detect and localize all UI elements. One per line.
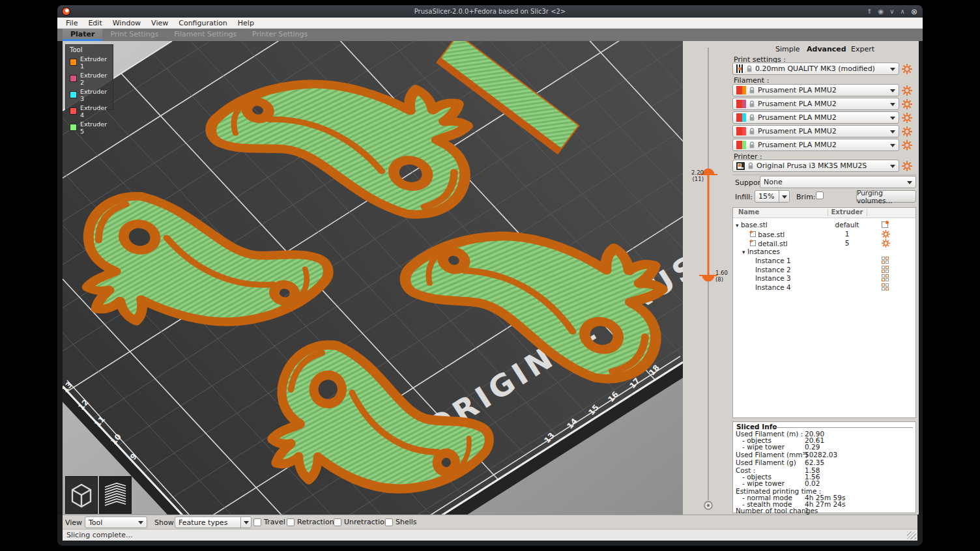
collapse-caret-icon[interactable]: ▾: [742, 249, 745, 255]
filament-5-swatch: [736, 141, 742, 149]
filament-1-swatch: [736, 86, 742, 94]
3d-scene[interactable]: 13 12 11 10 9 13 14 15 16 17 18 ORIGINAL…: [63, 41, 683, 515]
purging-volumes-button[interactable]: Purging volumes...: [856, 190, 916, 203]
stick-icon[interactable]: ◉: [878, 8, 884, 15]
settings-panel: Simple Advanced Expert Print settings : …: [730, 41, 919, 515]
3d-viewport[interactable]: 13 12 11 10 9 13 14 15 16 17 18 ORIGINAL…: [63, 41, 683, 515]
add-part-icon: +: [749, 230, 756, 237]
filament-3-gear-icon[interactable]: [902, 113, 912, 123]
menu-help[interactable]: Help: [233, 19, 259, 27]
show-label: Show: [154, 518, 174, 527]
travel-checkbox-item[interactable]: Travel: [253, 518, 285, 526]
legend-item: Extruder 3: [66, 87, 113, 103]
tab-filament-settings[interactable]: Filament Settings: [166, 29, 244, 41]
chevron-down-icon: [890, 89, 895, 95]
tab-plater[interactable]: Plater: [63, 29, 102, 41]
lock-icon: [749, 100, 755, 108]
lock-icon: [746, 64, 753, 73]
filament-1-gear-icon[interactable]: [902, 85, 912, 96]
tool-legend: Tool Extruder 1 Extruder 2 Extruder 3 Ex…: [65, 44, 113, 110]
brim-label: Brim:: [796, 193, 816, 201]
legend-title: Tool: [66, 45, 113, 54]
legend-item: Extruder 5: [66, 119, 113, 135]
filament-5-gear-icon[interactable]: [902, 140, 912, 150]
mode-tab-simple[interactable]: Simple: [775, 45, 800, 53]
view-select[interactable]: Tool: [85, 516, 147, 528]
instances-group-row[interactable]: ▾ Instances: [733, 247, 915, 256]
instance-row-4[interactable]: Instance 4: [733, 283, 915, 292]
tab-print-settings[interactable]: Print Settings: [102, 29, 166, 41]
infill-label: Infill:: [735, 193, 753, 201]
chevron-down-icon: [890, 130, 895, 136]
instance-thumbnail-icon: [882, 266, 889, 273]
filament-4-select[interactable]: Prusament PLA MMU2: [732, 125, 899, 137]
show-select[interactable]: Feature types: [175, 516, 252, 528]
gear-icon[interactable]: [882, 239, 890, 247]
print-profile-icon: [736, 64, 743, 73]
retractions-checkbox-item[interactable]: Retractions: [287, 518, 338, 526]
filament-3-select[interactable]: Prusament PLA MMU2: [732, 111, 899, 124]
legend-item: Extruder 1: [66, 54, 113, 70]
menu-view[interactable]: View: [146, 19, 173, 27]
close-icon[interactable]: ⊗: [911, 8, 917, 16]
menu-configuration[interactable]: Configuration: [173, 19, 233, 27]
window-controls: ⇑ ◉ ∨ ∧ ⊗: [867, 5, 917, 18]
mode-tab-advanced[interactable]: Advanced: [807, 45, 846, 53]
travel-checkbox[interactable]: [253, 518, 261, 526]
printer-icon: [736, 162, 745, 170]
infill-select[interactable]: 15%: [755, 190, 790, 203]
infill-dropdown-button[interactable]: [779, 191, 789, 202]
unretractions-checkbox-item[interactable]: Unretractions: [334, 518, 393, 526]
shells-checkbox-item[interactable]: Shells: [385, 518, 417, 526]
chevron-down-icon: [890, 103, 895, 109]
mode-tab-expert[interactable]: Expert: [851, 45, 874, 53]
extruder3-swatch: [70, 91, 77, 98]
screen: PrusaSlicer-2.0.0+Fedora based on Slic3r…: [0, 0, 980, 551]
supports-select[interactable]: None: [760, 176, 916, 188]
filament-4-gear-icon[interactable]: [902, 126, 912, 137]
maximize-icon[interactable]: ∧: [901, 8, 905, 15]
object-settings-icon[interactable]: [882, 221, 889, 228]
print-settings-select[interactable]: 0.20mm QUALITY MK3 (modified): [732, 63, 899, 75]
instance-row-3[interactable]: Instance 3: [733, 274, 915, 283]
minimize-icon[interactable]: ∨: [889, 8, 894, 15]
filament-5-select[interactable]: Prusament PLA MMU2: [732, 139, 899, 151]
lock-icon: [749, 86, 755, 94]
instance-thumbnail-icon: [882, 283, 889, 290]
layers-view-button[interactable]: [99, 476, 132, 514]
menu-file[interactable]: File: [61, 19, 83, 27]
brim-checkbox[interactable]: [816, 191, 824, 199]
slider-upper-labels: 2.20(11): [691, 170, 704, 183]
filament-1-select[interactable]: Prusament PLA MMU2: [732, 84, 899, 96]
volume-row-base[interactable]: + base.stl 1: [733, 230, 915, 238]
shade-icon[interactable]: ⇑: [867, 8, 872, 15]
instance-row-1[interactable]: Instance 1: [733, 257, 915, 265]
printer-gear-icon[interactable]: [902, 161, 912, 171]
window-title: PrusaSlicer-2.0.0+Fedora based on Slic3r…: [57, 8, 923, 15]
extruder2-swatch: [70, 75, 77, 82]
tab-printer-settings[interactable]: Printer Settings: [244, 29, 315, 41]
unretractions-checkbox[interactable]: [334, 518, 341, 526]
lock-icon: [747, 162, 754, 170]
filament-2-select[interactable]: Prusament PLA MMU2: [732, 98, 899, 110]
volume-row-detail[interactable]: + detail.stl 5: [733, 239, 915, 247]
resize-grip[interactable]: [907, 531, 916, 539]
filament-2-gear-icon[interactable]: [902, 99, 912, 109]
printer-select[interactable]: Original Prusa i3 MK3S MMU2S: [732, 160, 899, 172]
shells-checkbox[interactable]: [385, 518, 393, 526]
sliced-info-panel: Sliced Info Used Filament (m) :20.90 - o…: [732, 421, 916, 513]
view-label: View: [65, 518, 82, 527]
menu-edit[interactable]: Edit: [83, 19, 107, 27]
show-dropdown-button[interactable]: [240, 517, 251, 528]
slider-lower-handle[interactable]: [699, 276, 717, 281]
print-settings-gear-icon[interactable]: [902, 64, 912, 74]
gear-icon[interactable]: [882, 230, 890, 238]
title-bar[interactable]: PrusaSlicer-2.0.0+Fedora based on Slic3r…: [57, 5, 923, 18]
menu-window[interactable]: Window: [108, 19, 146, 27]
collapse-caret-icon[interactable]: ▾: [736, 222, 739, 229]
instance-row-2[interactable]: Instance 2: [733, 266, 915, 274]
legend-item: Extruder 2: [66, 70, 113, 87]
object-row-base[interactable]: ▾ base.stl default: [733, 221, 915, 229]
3d-view-button[interactable]: [65, 476, 98, 514]
retractions-checkbox[interactable]: [287, 518, 295, 526]
